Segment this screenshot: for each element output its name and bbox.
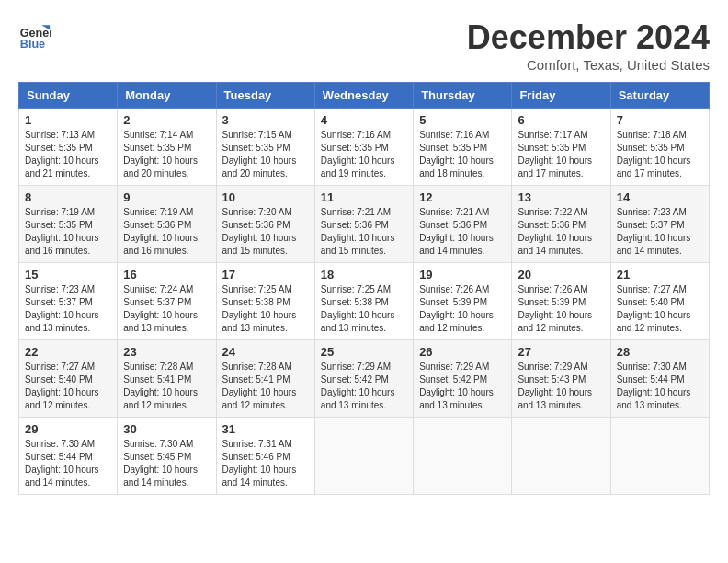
day-number: 18 [321, 268, 407, 282]
day-number: 8 [25, 190, 111, 204]
calendar-cell: 2 Sunrise: 7:14 AM Sunset: 5:35 PM Dayli… [118, 109, 216, 186]
calendar-cell [414, 418, 512, 495]
day-header-thursday: Thursday [414, 83, 512, 109]
calendar-cell [314, 418, 413, 495]
calendar-cell: 25 Sunrise: 7:29 AM Sunset: 5:42 PM Dayl… [314, 340, 413, 418]
day-info: Sunrise: 7:30 AM Sunset: 5:45 PM Dayligh… [123, 438, 210, 489]
day-header-wednesday: Wednesday [314, 83, 413, 109]
day-number: 12 [419, 190, 506, 204]
day-info: Sunrise: 7:13 AM Sunset: 5:35 PM Dayligh… [25, 129, 111, 180]
day-number: 29 [25, 422, 111, 436]
day-number: 5 [419, 113, 506, 127]
day-info: Sunrise: 7:29 AM Sunset: 5:42 PM Dayligh… [321, 361, 407, 412]
day-info: Sunrise: 7:31 AM Sunset: 5:46 PM Dayligh… [222, 438, 309, 489]
day-number: 2 [123, 113, 210, 127]
calendar-cell: 6 Sunrise: 7:17 AM Sunset: 5:35 PM Dayli… [512, 109, 610, 186]
day-info: Sunrise: 7:19 AM Sunset: 5:36 PM Dayligh… [123, 206, 210, 258]
calendar-week-1: 1 Sunrise: 7:13 AM Sunset: 5:35 PM Dayli… [19, 109, 710, 186]
calendar-cell: 26 Sunrise: 7:29 AM Sunset: 5:42 PM Dayl… [414, 340, 512, 418]
day-info: Sunrise: 7:27 AM Sunset: 5:40 PM Dayligh… [25, 361, 111, 412]
day-number: 20 [518, 268, 604, 282]
day-info: Sunrise: 7:21 AM Sunset: 5:36 PM Dayligh… [419, 206, 506, 258]
calendar-cell: 30 Sunrise: 7:30 AM Sunset: 5:45 PM Dayl… [118, 418, 216, 495]
day-info: Sunrise: 7:20 AM Sunset: 5:36 PM Dayligh… [222, 206, 309, 258]
month-title: December 2024 [467, 18, 710, 57]
day-info: Sunrise: 7:30 AM Sunset: 5:44 PM Dayligh… [25, 438, 111, 489]
logo-icon: General Blue [18, 18, 51, 52]
calendar-cell: 7 Sunrise: 7:18 AM Sunset: 5:35 PM Dayli… [610, 109, 709, 186]
calendar-cell: 8 Sunrise: 7:19 AM Sunset: 5:35 PM Dayli… [19, 186, 118, 263]
calendar-cell: 9 Sunrise: 7:19 AM Sunset: 5:36 PM Dayli… [118, 186, 216, 263]
calendar-week-3: 15 Sunrise: 7:23 AM Sunset: 5:37 PM Dayl… [19, 263, 710, 340]
day-info: Sunrise: 7:25 AM Sunset: 5:38 PM Dayligh… [321, 283, 407, 335]
calendar-week-5: 29 Sunrise: 7:30 AM Sunset: 5:44 PM Dayl… [19, 418, 710, 495]
day-info: Sunrise: 7:30 AM Sunset: 5:44 PM Dayligh… [617, 361, 703, 412]
calendar-cell: 20 Sunrise: 7:26 AM Sunset: 5:39 PM Dayl… [512, 263, 610, 340]
day-header-tuesday: Tuesday [216, 83, 314, 109]
day-info: Sunrise: 7:25 AM Sunset: 5:38 PM Dayligh… [222, 283, 309, 335]
calendar-cell: 21 Sunrise: 7:27 AM Sunset: 5:40 PM Dayl… [610, 263, 709, 340]
calendar-cell: 10 Sunrise: 7:20 AM Sunset: 5:36 PM Dayl… [216, 186, 314, 263]
day-number: 15 [25, 268, 111, 282]
day-info: Sunrise: 7:26 AM Sunset: 5:39 PM Dayligh… [518, 283, 604, 335]
calendar-cell: 3 Sunrise: 7:15 AM Sunset: 5:35 PM Dayli… [216, 109, 314, 186]
day-number: 3 [222, 113, 309, 127]
day-number: 25 [321, 345, 407, 359]
calendar-cell: 29 Sunrise: 7:30 AM Sunset: 5:44 PM Dayl… [19, 418, 118, 495]
day-info: Sunrise: 7:16 AM Sunset: 5:35 PM Dayligh… [321, 129, 407, 180]
calendar-cell: 5 Sunrise: 7:16 AM Sunset: 5:35 PM Dayli… [414, 109, 512, 186]
calendar-cell: 16 Sunrise: 7:24 AM Sunset: 5:37 PM Dayl… [118, 263, 216, 340]
day-number: 30 [123, 422, 210, 436]
day-info: Sunrise: 7:29 AM Sunset: 5:43 PM Dayligh… [518, 361, 604, 412]
calendar-header-row: SundayMondayTuesdayWednesdayThursdayFrid… [19, 83, 710, 109]
day-info: Sunrise: 7:16 AM Sunset: 5:35 PM Dayligh… [419, 129, 506, 180]
day-info: Sunrise: 7:19 AM Sunset: 5:35 PM Dayligh… [25, 206, 111, 258]
calendar-cell: 13 Sunrise: 7:22 AM Sunset: 5:36 PM Dayl… [512, 186, 610, 263]
calendar-cell: 15 Sunrise: 7:23 AM Sunset: 5:37 PM Dayl… [19, 263, 118, 340]
calendar-week-2: 8 Sunrise: 7:19 AM Sunset: 5:35 PM Dayli… [19, 186, 710, 263]
calendar-cell: 1 Sunrise: 7:13 AM Sunset: 5:35 PM Dayli… [19, 109, 118, 186]
page-header: General Blue December 2024 Comfort, Texa… [18, 18, 710, 73]
day-number: 21 [617, 268, 703, 282]
day-number: 17 [222, 268, 309, 282]
calendar-cell: 23 Sunrise: 7:28 AM Sunset: 5:41 PM Dayl… [118, 340, 216, 418]
day-number: 13 [518, 190, 604, 204]
day-info: Sunrise: 7:29 AM Sunset: 5:42 PM Dayligh… [419, 361, 506, 412]
day-number: 10 [222, 190, 309, 204]
calendar-cell: 28 Sunrise: 7:30 AM Sunset: 5:44 PM Dayl… [610, 340, 709, 418]
day-info: Sunrise: 7:17 AM Sunset: 5:35 PM Dayligh… [518, 129, 604, 180]
day-header-monday: Monday [118, 83, 216, 109]
day-info: Sunrise: 7:23 AM Sunset: 5:37 PM Dayligh… [25, 283, 111, 335]
day-number: 19 [419, 268, 506, 282]
calendar-cell: 27 Sunrise: 7:29 AM Sunset: 5:43 PM Dayl… [512, 340, 610, 418]
calendar-week-4: 22 Sunrise: 7:27 AM Sunset: 5:40 PM Dayl… [19, 340, 710, 418]
day-number: 9 [123, 190, 210, 204]
day-header-friday: Friday [512, 83, 610, 109]
day-info: Sunrise: 7:23 AM Sunset: 5:37 PM Dayligh… [617, 206, 703, 258]
day-number: 22 [25, 345, 111, 359]
day-number: 11 [321, 190, 407, 204]
day-number: 26 [419, 345, 506, 359]
day-info: Sunrise: 7:27 AM Sunset: 5:40 PM Dayligh… [617, 283, 703, 335]
day-number: 6 [518, 113, 604, 127]
calendar-cell [512, 418, 610, 495]
calendar-cell [610, 418, 709, 495]
day-number: 31 [222, 422, 309, 436]
day-number: 23 [123, 345, 210, 359]
day-number: 7 [617, 113, 703, 127]
calendar-cell: 11 Sunrise: 7:21 AM Sunset: 5:36 PM Dayl… [314, 186, 413, 263]
calendar-cell: 22 Sunrise: 7:27 AM Sunset: 5:40 PM Dayl… [19, 340, 118, 418]
day-number: 1 [25, 113, 111, 127]
day-info: Sunrise: 7:22 AM Sunset: 5:36 PM Dayligh… [518, 206, 604, 258]
title-area: December 2024 Comfort, Texas, United Sta… [467, 18, 710, 73]
calendar-cell: 14 Sunrise: 7:23 AM Sunset: 5:37 PM Dayl… [610, 186, 709, 263]
day-header-sunday: Sunday [19, 83, 118, 109]
day-number: 14 [617, 190, 703, 204]
day-number: 16 [123, 268, 210, 282]
day-info: Sunrise: 7:24 AM Sunset: 5:37 PM Dayligh… [123, 283, 210, 335]
day-info: Sunrise: 7:28 AM Sunset: 5:41 PM Dayligh… [123, 361, 210, 412]
day-info: Sunrise: 7:28 AM Sunset: 5:41 PM Dayligh… [222, 361, 309, 412]
calendar-cell: 18 Sunrise: 7:25 AM Sunset: 5:38 PM Dayl… [314, 263, 413, 340]
day-number: 27 [518, 345, 604, 359]
day-number: 28 [617, 345, 703, 359]
